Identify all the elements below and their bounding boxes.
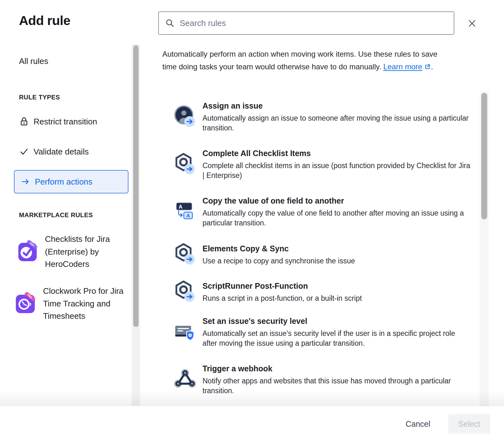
rule-title: Set an issue's security level — [202, 317, 471, 326]
rule-description: Notify other apps and websites that this… — [202, 376, 471, 396]
lock-icon — [19, 117, 29, 127]
rule-title: Assign an issue — [202, 101, 471, 110]
rule-text: Elements Copy & Sync Use a recipe to cop… — [202, 244, 355, 266]
rule-text: Assign an issue Automatically assign an … — [202, 101, 471, 133]
rule-text: Copy the value of one field to another A… — [202, 196, 471, 228]
elements-hex-icon — [174, 243, 196, 267]
search-icon — [165, 18, 175, 28]
intro-text: Automatically perform an action when mov… — [162, 48, 449, 74]
close-icon — [467, 18, 477, 29]
page-title: Add rule — [19, 13, 70, 28]
copy-field-icon: A A — [174, 200, 196, 224]
rule-option-elements-copy-sync[interactable]: Elements Copy & Sync Use a recipe to cop… — [174, 243, 471, 267]
close-button[interactable] — [464, 16, 480, 31]
cancel-button[interactable]: Cancel — [398, 414, 438, 434]
rule-title: Trigger a webhook — [202, 364, 471, 373]
rule-description: Complete all checklist items in an issue… — [202, 161, 471, 180]
sidebar-item-checklists-for-jira[interactable]: ENT Checklists for Jira (Enterprise) by … — [18, 233, 127, 271]
webhook-icon — [174, 368, 196, 392]
rule-description: Runs a script in a post-function, or a b… — [202, 293, 362, 303]
rule-title: Elements Copy & Sync — [202, 244, 355, 253]
rule-title: ScriptRunner Post-Function — [202, 281, 362, 291]
search-input[interactable] — [179, 18, 447, 28]
rule-text: Complete All Checklist Items Complete al… — [202, 149, 471, 180]
clockwork-app-icon: PRO — [16, 292, 38, 315]
svg-text:A: A — [186, 213, 190, 219]
sidebar-scrollbar-thumb[interactable] — [133, 45, 139, 327]
sidebar-item-perform-actions[interactable]: Perform actions — [14, 170, 128, 193]
assign-issue-avatar-icon — [174, 105, 196, 129]
learn-more-link[interactable]: Learn more — [383, 62, 422, 71]
marketplace-item-label: Checklists for Jira (Enterprise) by Hero… — [45, 233, 127, 271]
sidebar-item-label: Validate details — [34, 147, 89, 157]
intro-period: . — [431, 62, 433, 71]
rule-types-header: RULE TYPES — [19, 94, 60, 101]
scriptrunner-hex-icon — [174, 280, 196, 304]
sidebar-item-label: Restrict transition — [34, 117, 97, 127]
rule-option-copy-field-value[interactable]: A A Copy the value of one field to anoth… — [174, 196, 471, 228]
rule-list-scrollbar-thumb[interactable] — [481, 93, 487, 219]
security-level-icon — [174, 321, 196, 344]
rule-option-scriptrunner-post-function[interactable]: ScriptRunner Post-Function Runs a script… — [174, 280, 471, 304]
rule-description: Automatically set an issue's security le… — [202, 329, 471, 348]
check-icon — [19, 147, 29, 157]
checklists-app-icon: ENT — [18, 240, 40, 263]
rule-option-complete-all-checklist-items[interactable]: Complete All Checklist Items Complete al… — [174, 149, 471, 180]
rule-option-assign-an-issue[interactable]: Assign an issue Automatically assign an … — [174, 101, 471, 133]
rule-description: Use a recipe to copy and synchronise the… — [202, 256, 355, 266]
sidebar-item-restrict-transition[interactable]: Restrict transition — [19, 117, 97, 127]
marketplace-rules-header: MARKETPLACE RULES — [19, 211, 93, 219]
rule-title: Complete All Checklist Items — [202, 149, 471, 158]
search-box — [158, 11, 454, 35]
rule-title: Copy the value of one field to another — [202, 196, 471, 205]
rule-description: Automatically assign an issue to someone… — [202, 113, 471, 133]
rule-option-set-security-level[interactable]: Set an issue's security level Automatica… — [174, 317, 471, 348]
rule-text: Trigger a webhook Notify other apps and … — [202, 364, 471, 396]
rule-text: ScriptRunner Post-Function Runs a script… — [202, 281, 362, 303]
svg-text:A: A — [179, 204, 183, 210]
sidebar-item-clockwork-pro[interactable]: PRO Clockwork Pro for Jira Time Tracking… — [16, 285, 126, 323]
rule-description: Automatically copy the value of one fiel… — [202, 208, 471, 228]
select-button[interactable]: Select — [448, 414, 490, 434]
sidebar-item-validate-details[interactable]: Validate details — [19, 147, 89, 157]
marketplace-item-label: Clockwork Pro for Jira Time Tracking and… — [43, 285, 126, 323]
sidebar-item-label: Perform actions — [35, 177, 92, 187]
arrow-right-icon — [20, 177, 30, 187]
checklist-hex-icon — [174, 153, 196, 176]
rule-text: Set an issue's security level Automatica… — [202, 317, 471, 348]
rule-option-trigger-webhook[interactable]: Trigger a webhook Notify other apps and … — [174, 364, 471, 396]
sidebar-item-all-rules[interactable]: All rules — [19, 56, 48, 66]
external-link-icon — [424, 61, 431, 74]
